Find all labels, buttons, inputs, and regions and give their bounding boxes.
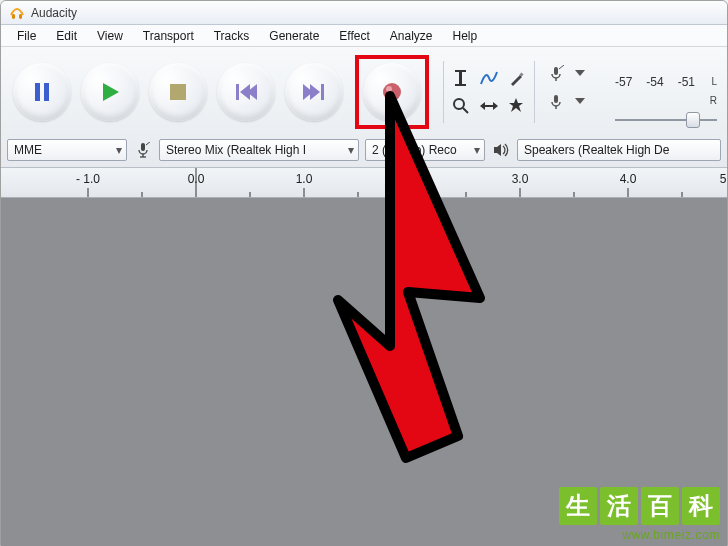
menu-transport[interactable]: Transport xyxy=(133,27,204,45)
svg-point-12 xyxy=(383,83,401,101)
record-button-highlight xyxy=(355,55,429,129)
meter-channel-r: R xyxy=(710,95,717,106)
menu-generate[interactable]: Generate xyxy=(259,27,329,45)
transport-toolbar xyxy=(7,51,435,133)
ruler-mark: 0.0 xyxy=(188,172,205,186)
svg-rect-16 xyxy=(455,84,466,86)
menu-help[interactable]: Help xyxy=(443,27,488,45)
zoom-tool-icon[interactable] xyxy=(448,93,474,119)
speaker-play-meter-icon[interactable] xyxy=(547,93,573,119)
svg-rect-5 xyxy=(170,84,186,100)
recording-device-combo[interactable]: Stereo Mix (Realtek High I ▾ xyxy=(159,139,359,161)
svg-line-34 xyxy=(146,142,151,145)
playback-device-combo[interactable]: Speakers (Realtek High De xyxy=(517,139,721,161)
meter-slider-area: -57 -54 -51 L R xyxy=(611,73,721,112)
svg-rect-15 xyxy=(455,70,466,72)
play-button[interactable] xyxy=(81,63,139,121)
watermark-char: 活 xyxy=(600,487,638,525)
svg-marker-27 xyxy=(575,70,585,76)
audio-host-combo[interactable]: MME ▾ xyxy=(7,139,127,161)
ruler-mark: - 1.0 xyxy=(76,172,100,186)
svg-line-19 xyxy=(463,108,468,113)
db-mark: -57 xyxy=(615,75,632,89)
svg-rect-0 xyxy=(12,14,15,19)
chevron-down-icon: ▾ xyxy=(110,143,122,157)
svg-rect-11 xyxy=(321,84,324,100)
mic-record-meter-icon[interactable] xyxy=(547,65,573,91)
meter-mic-toolbar xyxy=(543,61,605,123)
svg-line-26 xyxy=(559,65,564,69)
svg-marker-21 xyxy=(480,102,485,110)
svg-marker-8 xyxy=(247,84,257,100)
svg-marker-9 xyxy=(303,84,313,100)
svg-rect-24 xyxy=(554,67,558,75)
svg-rect-2 xyxy=(35,83,40,101)
svg-rect-1 xyxy=(19,14,22,19)
watermark-char: 百 xyxy=(641,487,679,525)
toolbar-area: -57 -54 -51 L R MME ▾ xyxy=(1,47,727,168)
svg-marker-30 xyxy=(575,98,585,104)
timeshift-tool-icon[interactable] xyxy=(476,93,502,119)
speaker-play-meter-dropdown-icon[interactable] xyxy=(575,93,601,119)
svg-rect-6 xyxy=(236,84,239,100)
menu-effect[interactable]: Effect xyxy=(329,27,379,45)
svg-marker-10 xyxy=(310,84,320,100)
menu-edit[interactable]: Edit xyxy=(46,27,87,45)
watermark: 生 活 百 科 www.bimeiz.com xyxy=(559,487,720,542)
microphone-icon xyxy=(133,142,153,158)
svg-point-18 xyxy=(454,99,464,109)
audio-host-value: MME xyxy=(14,143,42,157)
timeline-ruler[interactable]: - 1.0 0.0 1.0 3.0 4.0 5 xyxy=(1,168,727,198)
tools-toolbar xyxy=(443,61,535,123)
skip-start-button[interactable] xyxy=(217,63,275,121)
svg-marker-22 xyxy=(493,102,498,110)
svg-rect-31 xyxy=(141,143,145,151)
svg-point-13 xyxy=(386,86,392,92)
svg-marker-35 xyxy=(494,144,501,156)
svg-marker-23 xyxy=(509,98,523,112)
title-bar: Audacity xyxy=(1,1,727,25)
chevron-down-icon: ▾ xyxy=(342,143,354,157)
slider-thumb-icon[interactable] xyxy=(686,112,700,128)
recording-channels-value: 2 (Stereo) Reco xyxy=(372,143,457,157)
svg-marker-4 xyxy=(103,83,119,101)
audacity-logo-icon xyxy=(9,5,25,21)
record-button[interactable] xyxy=(363,63,421,121)
recording-device-value: Stereo Mix (Realtek High I xyxy=(166,143,306,157)
envelope-tool-icon[interactable] xyxy=(476,65,502,91)
menu-bar: File Edit View Transport Tracks Generate… xyxy=(1,25,727,47)
menu-analyze[interactable]: Analyze xyxy=(380,27,443,45)
ruler-mark: 3.0 xyxy=(512,172,529,186)
db-mark: -54 xyxy=(646,75,663,89)
db-mark: -51 xyxy=(678,75,695,89)
chevron-down-icon: ▾ xyxy=(468,143,480,157)
svg-rect-3 xyxy=(44,83,49,101)
playback-device-value: Speakers (Realtek High De xyxy=(524,143,669,157)
mic-record-meter-dropdown-icon[interactable] xyxy=(575,65,601,91)
ruler-mark: 5 xyxy=(720,172,727,186)
svg-rect-28 xyxy=(554,95,558,103)
skip-end-button[interactable] xyxy=(285,63,343,121)
stop-button[interactable] xyxy=(149,63,207,121)
menu-file[interactable]: File xyxy=(7,27,46,45)
svg-marker-7 xyxy=(240,84,250,100)
draw-tool-icon[interactable] xyxy=(504,65,530,91)
menu-tracks[interactable]: Tracks xyxy=(204,27,260,45)
menu-view[interactable]: View xyxy=(87,27,133,45)
multi-tool-icon[interactable] xyxy=(504,93,530,119)
meter-channel-l: L xyxy=(711,76,717,87)
ruler-mark: 1.0 xyxy=(296,172,313,186)
pause-button[interactable] xyxy=(13,63,71,121)
watermark-char: 科 xyxy=(682,487,720,525)
watermark-char: 生 xyxy=(559,487,597,525)
ruler-mark: 4.0 xyxy=(620,172,637,186)
svg-rect-14 xyxy=(459,70,462,86)
db-scale: -57 -54 -51 xyxy=(615,75,695,89)
window-title: Audacity xyxy=(31,6,77,20)
selection-tool-icon[interactable] xyxy=(448,65,474,91)
watermark-url: www.bimeiz.com xyxy=(559,528,720,542)
speaker-icon xyxy=(491,142,511,158)
recording-channels-combo[interactable]: 2 (Stereo) Reco ▾ xyxy=(365,139,485,161)
